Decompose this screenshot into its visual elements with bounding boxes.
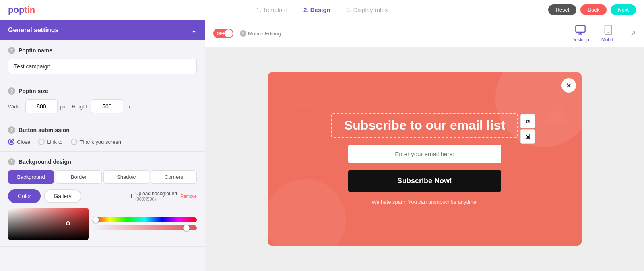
radio-link-label: Link to	[47, 139, 62, 145]
popup-container: × Subscribe to our email list ⧉ ⇲ Subscr…	[268, 72, 582, 246]
toggle-label: OFF	[217, 31, 225, 36]
mobile-editing-text: Mobile Editing	[248, 31, 281, 37]
upload-icon: ⬆	[130, 193, 134, 199]
upload-link[interactable]: ⬆ Upload background (800X500) Remove	[130, 191, 197, 201]
color-picker-area	[8, 208, 197, 240]
popup-disclaimer: We hate spam. You can unsubscribe anytim…	[372, 199, 478, 205]
popup-email-input[interactable]	[348, 145, 501, 163]
left-panel: General settings ⌄ ? Poptin name ? Popti…	[0, 20, 205, 271]
popup-title-wrapper: Subscribe to our email list ⧉ ⇲	[331, 113, 518, 138]
main-layout: General settings ⌄ ? Poptin name ? Popti…	[0, 20, 644, 271]
poptin-size-help-icon[interactable]: ?	[8, 87, 15, 95]
mobile-editing-help-icon: ?	[240, 30, 246, 37]
nav-step-3: 3. Display rules	[347, 6, 388, 13]
poptin-name-input[interactable]	[8, 59, 197, 74]
mobile-editing-toggle[interactable]: OFF	[213, 29, 233, 38]
poptin-size-section: ? Poptin size Width: px Height: px	[0, 81, 205, 120]
radio-close-dot	[8, 139, 14, 145]
size-row: Width: px Height: px	[8, 99, 197, 113]
hue-slider[interactable]	[93, 217, 197, 222]
color-gallery-row: Color Gallery ⬆ Upload background (800X5…	[8, 189, 197, 203]
opacity-slider[interactable]	[93, 225, 197, 230]
poptin-size-title: ? Poptin size	[8, 87, 197, 95]
gradient-handle[interactable]	[66, 221, 70, 225]
nav-actions: Reset Back Next	[548, 4, 636, 15]
radio-close[interactable]: Close	[8, 139, 30, 145]
width-label: Width:	[8, 103, 23, 110]
color-button[interactable]: Color	[8, 189, 41, 203]
background-design-title: ? Background design	[8, 158, 197, 165]
triangle-deco-4	[288, 81, 316, 109]
opacity-handle[interactable]	[183, 225, 190, 231]
mobile-label: Mobile	[601, 37, 615, 43]
poptin-name-label: Poptin name	[19, 47, 52, 54]
triangle-deco-1	[541, 97, 574, 129]
panel-header-title: General settings	[8, 27, 58, 34]
popup-close-button[interactable]: ×	[561, 78, 576, 93]
svg-marker-7	[527, 207, 547, 225]
reset-button[interactable]: Reset	[548, 4, 576, 15]
svg-marker-8	[290, 83, 314, 105]
nav-step-2: 2. Design	[303, 6, 330, 13]
toggle-wrap: OFF	[213, 29, 233, 38]
width-unit: px	[60, 103, 66, 110]
expand-icon[interactable]: ↗	[630, 29, 636, 38]
mobile-editing-label: ? Mobile Editing	[240, 30, 281, 37]
poptin-name-section: ? Poptin name	[0, 40, 205, 81]
popup-subscribe-button[interactable]: Subscribe Now!	[348, 170, 501, 192]
nav-step-1: 1. Template	[256, 6, 287, 13]
bg-tabs: Background Border Shadow Corners	[8, 170, 197, 184]
width-input[interactable]	[25, 99, 58, 113]
background-design-section: ? Background design Background Border Sh…	[0, 152, 205, 247]
radio-thank-you[interactable]: Thank you screen	[71, 139, 121, 145]
upload-size: (800X500)	[135, 197, 177, 201]
back-button[interactable]: Back	[580, 4, 607, 15]
poptin-name-title: ? Poptin name	[8, 47, 197, 54]
desktop-icon[interactable]: Desktop	[572, 24, 589, 43]
desktop-label: Desktop	[572, 37, 589, 43]
button-submission-title: ? Button submission	[8, 126, 197, 134]
copy-icon[interactable]: ⧉	[520, 114, 535, 128]
triangle-deco-2	[280, 197, 320, 238]
color-sliders	[93, 208, 197, 240]
height-label: Height:	[72, 103, 89, 110]
mobile-icon[interactable]: Mobile	[601, 24, 615, 43]
poptin-size-label: Poptin size	[19, 88, 48, 94]
radio-close-label: Close	[17, 139, 30, 145]
tab-background[interactable]: Background	[8, 170, 54, 184]
remove-link[interactable]: Remove	[180, 194, 197, 199]
background-design-help-icon[interactable]: ?	[8, 158, 15, 165]
radio-thank-you-label: Thank you screen	[80, 139, 121, 145]
tab-corners[interactable]: Corners	[151, 170, 197, 184]
hue-handle[interactable]	[93, 217, 99, 223]
height-input[interactable]	[91, 99, 123, 113]
radio-link-dot	[38, 139, 45, 145]
button-submission-help-icon[interactable]: ?	[8, 126, 15, 134]
next-button[interactable]: Next	[611, 4, 636, 15]
preview-area: × Subscribe to our email list ⧉ ⇲ Subscr…	[205, 47, 644, 271]
radio-link-to[interactable]: Link to	[38, 139, 62, 145]
device-icons: Desktop Mobile	[572, 24, 615, 43]
height-group: Height: px	[72, 99, 131, 113]
svg-marker-6	[284, 201, 316, 230]
button-submission-label: Button submission	[19, 127, 70, 133]
popup-title-icons: ⧉ ⇲	[520, 114, 535, 144]
svg-marker-5	[543, 99, 572, 125]
logo-accent: tin	[24, 5, 35, 15]
upload-text: Upload background (800X500)	[135, 191, 177, 201]
svg-rect-0	[576, 26, 585, 32]
radio-thank-you-dot	[71, 139, 77, 145]
gallery-button[interactable]: Gallery	[44, 189, 81, 203]
radio-row: Close Link to Thank you screen	[8, 139, 197, 145]
height-unit: px	[126, 103, 131, 110]
tab-border[interactable]: Border	[56, 170, 101, 184]
toggle-knob	[225, 29, 233, 37]
popup-title[interactable]: Subscribe to our email list	[344, 118, 505, 133]
preview-toolbar: OFF ? Mobile Editing Desktop	[205, 20, 644, 47]
resize-icon[interactable]: ⇲	[520, 129, 535, 144]
color-gradient[interactable]	[8, 208, 89, 240]
poptin-name-help-icon[interactable]: ?	[8, 47, 15, 54]
panel-header: General settings ⌄	[0, 20, 205, 40]
tab-shadow[interactable]: Shadow	[103, 170, 149, 184]
triangle-deco-3	[525, 205, 549, 230]
